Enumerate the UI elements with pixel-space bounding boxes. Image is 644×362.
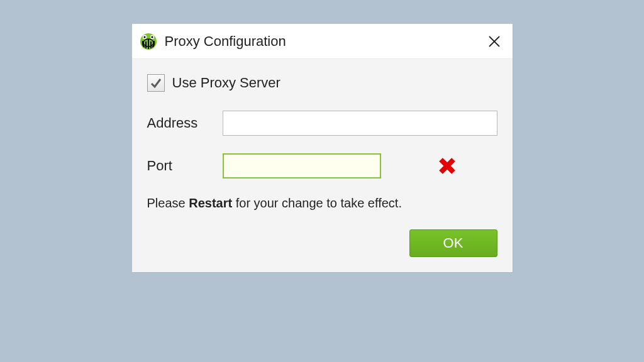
window-title: Proxy Configuration [165, 33, 485, 50]
error-x-icon [438, 157, 456, 175]
ok-button-label: OK [443, 235, 464, 251]
close-button[interactable] [485, 32, 504, 51]
port-label: Port [147, 158, 223, 174]
hint-prefix: Please [147, 196, 189, 210]
hint-bold: Restart [189, 196, 232, 210]
use-proxy-checkbox[interactable] [147, 74, 165, 92]
button-row: OK [147, 229, 497, 257]
port-row: Port [147, 153, 497, 178]
port-input[interactable] [223, 153, 381, 178]
address-row: Address [147, 111, 497, 136]
svg-point-4 [151, 36, 153, 38]
address-input[interactable] [223, 111, 497, 136]
svg-point-3 [143, 36, 145, 38]
hint-suffix: for your change to take effect. [232, 196, 402, 210]
close-icon [488, 35, 501, 48]
restart-hint: Please Restart for your change to take e… [147, 196, 497, 211]
checkmark-icon [150, 77, 162, 89]
address-label: Address [147, 115, 223, 131]
use-proxy-label: Use Proxy Server [172, 75, 280, 91]
frog-app-icon [138, 31, 158, 52]
port-input-wrap [223, 153, 427, 178]
titlebar: Proxy Configuration [132, 24, 513, 59]
dialog-body: Use Proxy Server Address Port Please Res… [132, 59, 513, 272]
ok-button[interactable]: OK [409, 229, 497, 257]
use-proxy-row: Use Proxy Server [147, 74, 497, 92]
proxy-configuration-dialog: Proxy Configuration Use Proxy Server Add… [132, 24, 513, 272]
